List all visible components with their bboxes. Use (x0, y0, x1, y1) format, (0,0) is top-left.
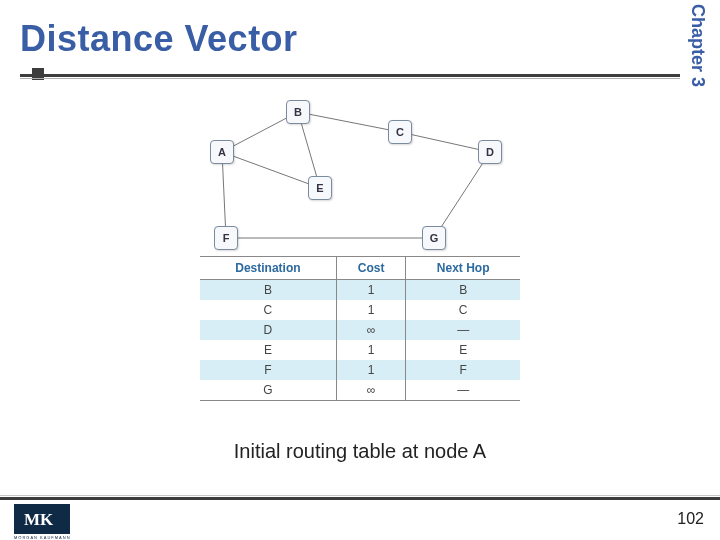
page-number: 102 (677, 510, 704, 528)
graph-node-e: E (308, 176, 332, 200)
svg-line-1 (222, 152, 320, 188)
figure-caption: Initial routing table at node A (0, 440, 720, 463)
table-row: F 1 F (200, 360, 520, 380)
col-nexthop: Next Hop (406, 257, 520, 280)
cell-cost: ∞ (336, 320, 405, 340)
cell-cost: 1 (336, 300, 405, 320)
routing-table-table: Destination Cost Next Hop B 1 B C 1 C D (200, 256, 520, 400)
cell-cost: 1 (336, 280, 405, 301)
table-header-row: Destination Cost Next Hop (200, 257, 520, 280)
title-block: Distance Vector (20, 18, 680, 60)
chapter-sidelabel: Chapter 3 (688, 0, 714, 120)
network-graph: A B C D E F G (200, 90, 520, 260)
graph-node-d: D (478, 140, 502, 164)
cell-cost: 1 (336, 340, 405, 360)
graph-node-f: F (214, 226, 238, 250)
publisher-name: MORGAN KAUFMANN (14, 535, 71, 540)
cell-cost: 1 (336, 360, 405, 380)
title-rule-thick (20, 74, 680, 77)
graph-node-c: C (388, 120, 412, 144)
table-row: G ∞ — (200, 380, 520, 400)
routing-table: Destination Cost Next Hop B 1 B C 1 C D (200, 256, 520, 401)
cell-dest: F (200, 360, 336, 380)
cell-hop: B (406, 280, 520, 301)
publisher-logo-icon: MK (14, 504, 70, 534)
footer-rule-thick (0, 497, 720, 500)
cell-hop: — (406, 380, 520, 400)
chapter-label-text: Chapter 3 (687, 4, 708, 87)
graph-node-b: B (286, 100, 310, 124)
cell-hop: C (406, 300, 520, 320)
logo-text: MK (24, 510, 54, 529)
table-row: C 1 C (200, 300, 520, 320)
table-row: D ∞ — (200, 320, 520, 340)
footer-rule-thin (0, 495, 720, 496)
table-bottom-rule (200, 400, 520, 401)
table-row: E 1 E (200, 340, 520, 360)
graph-edges (200, 90, 520, 260)
page-title: Distance Vector (20, 18, 680, 60)
title-rule-thin (20, 78, 680, 79)
graph-node-g: G (422, 226, 446, 250)
cell-dest: C (200, 300, 336, 320)
cell-dest: D (200, 320, 336, 340)
cell-hop: — (406, 320, 520, 340)
col-destination: Destination (200, 257, 336, 280)
slide: Chapter 3 Distance Vector A B C D E F G (0, 0, 720, 540)
table-row: B 1 B (200, 280, 520, 301)
svg-line-5 (400, 132, 490, 152)
cell-hop: E (406, 340, 520, 360)
cell-dest: G (200, 380, 336, 400)
svg-line-3 (298, 112, 400, 132)
cell-dest: B (200, 280, 336, 301)
cell-dest: E (200, 340, 336, 360)
col-cost: Cost (336, 257, 405, 280)
graph-node-a: A (210, 140, 234, 164)
cell-hop: F (406, 360, 520, 380)
cell-cost: ∞ (336, 380, 405, 400)
